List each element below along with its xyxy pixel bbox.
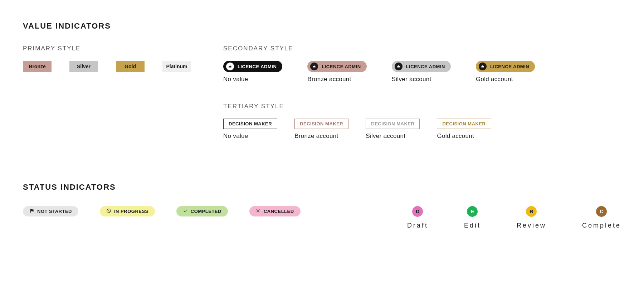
- swatch-gold: Gold: [116, 61, 145, 72]
- tag-caption: Gold account: [437, 133, 491, 140]
- licence-admin-pill-bronze: LICENCE ADMIN: [307, 61, 366, 72]
- pill-block-gold: LICENCE ADMIN Gold account: [476, 61, 535, 83]
- tag-caption: Bronze account: [294, 133, 348, 140]
- stage-complete: C Complete: [582, 206, 621, 229]
- licence-admin-pill-gold: LICENCE ADMIN: [476, 61, 535, 72]
- close-icon: [256, 208, 261, 214]
- tertiary-tag-row: DECISION MAKER No value DECISION MAKER B…: [223, 119, 621, 140]
- swatch-platinum: Platinum: [162, 61, 191, 72]
- stage-label: Review: [517, 222, 546, 229]
- stage-review: R Review: [517, 206, 546, 229]
- primary-swatch-row: Bronze Silver Gold Platinum: [23, 61, 202, 72]
- status-pill-in-progress: IN PROGRESS: [100, 206, 155, 216]
- status-label: IN PROGRESS: [114, 209, 148, 214]
- crown-icon: [395, 63, 402, 70]
- flag-icon: [29, 208, 34, 214]
- crown-icon: [226, 63, 234, 70]
- tag-block-gold: DECISION MAKER Gold account: [437, 119, 491, 140]
- swatch-bronze: Bronze: [23, 61, 52, 72]
- pill-caption: Silver account: [392, 76, 451, 83]
- stage-dot-complete: C: [596, 206, 607, 217]
- crown-icon: [479, 63, 487, 70]
- pill-label: LICENCE ADMIN: [490, 64, 529, 69]
- tag-block-bronze: DECISION MAKER Bronze account: [294, 119, 348, 140]
- pill-label: LICENCE ADMIN: [238, 64, 277, 69]
- decision-maker-tag-gold: DECISION MAKER: [437, 119, 491, 129]
- pill-caption: Gold account: [476, 76, 535, 83]
- status-label: COMPLETED: [191, 209, 221, 214]
- pill-caption: Bronze account: [307, 76, 366, 83]
- status-pill-not-started: NOT STARTED: [23, 206, 78, 216]
- tag-block-novalue: DECISION MAKER No value: [223, 119, 277, 140]
- secondary-pill-row: LICENCE ADMIN No value LICENCE ADMIN Bro…: [223, 61, 621, 83]
- decision-maker-tag-novalue: DECISION MAKER: [223, 119, 277, 129]
- pill-block-bronze: LICENCE ADMIN Bronze account: [307, 61, 366, 83]
- stage-dot-review: R: [526, 206, 537, 217]
- clock-icon: [106, 208, 111, 214]
- pill-label: LICENCE ADMIN: [322, 64, 361, 69]
- stage-draft: D Draft: [407, 206, 428, 229]
- licence-admin-pill-silver: LICENCE ADMIN: [392, 61, 451, 72]
- status-label: CANCELLED: [264, 209, 294, 214]
- swatch-silver: Silver: [69, 61, 98, 72]
- stage-dot-edit: E: [467, 206, 478, 217]
- stage-edit: E Edit: [464, 206, 481, 229]
- decision-maker-tag-silver: DECISION MAKER: [366, 119, 420, 129]
- stage-label: Draft: [407, 222, 428, 229]
- decision-maker-tag-bronze: DECISION MAKER: [294, 119, 348, 129]
- pill-label: LICENCE ADMIN: [406, 64, 445, 69]
- secondary-style-label: SECONDARY STYLE: [223, 45, 621, 52]
- pill-caption: No value: [223, 76, 282, 83]
- value-indicators-grid: PRIMARY STYLE Bronze Silver Gold Platinu…: [23, 45, 621, 140]
- licence-admin-pill-novalue: LICENCE ADMIN: [223, 61, 282, 72]
- stage-row: D Draft E Edit R Review C Complete: [407, 206, 621, 229]
- tag-caption: Silver account: [366, 133, 420, 140]
- tag-caption: No value: [223, 133, 277, 140]
- status-label: NOT STARTED: [37, 209, 72, 214]
- stage-label: Edit: [464, 222, 481, 229]
- status-pill-cancelled: CANCELLED: [249, 206, 301, 216]
- status-indicators-title: STATUS INDICATORS: [23, 183, 621, 192]
- primary-style-label: PRIMARY STYLE: [23, 45, 202, 52]
- pill-block-novalue: LICENCE ADMIN No value: [223, 61, 282, 83]
- check-icon: [183, 208, 188, 214]
- crown-icon: [310, 63, 318, 70]
- status-row: NOT STARTED IN PROGRESS COMPLETED CANCEL…: [23, 206, 621, 229]
- stage-label: Complete: [582, 222, 621, 229]
- stage-dot-draft: D: [412, 206, 423, 217]
- tag-block-silver: DECISION MAKER Silver account: [366, 119, 420, 140]
- status-pill-completed: COMPLETED: [176, 206, 228, 216]
- pill-block-silver: LICENCE ADMIN Silver account: [392, 61, 451, 83]
- value-indicators-title: VALUE INDICATORS: [23, 21, 621, 31]
- tertiary-style-label: TERTIARY STYLE: [223, 103, 621, 110]
